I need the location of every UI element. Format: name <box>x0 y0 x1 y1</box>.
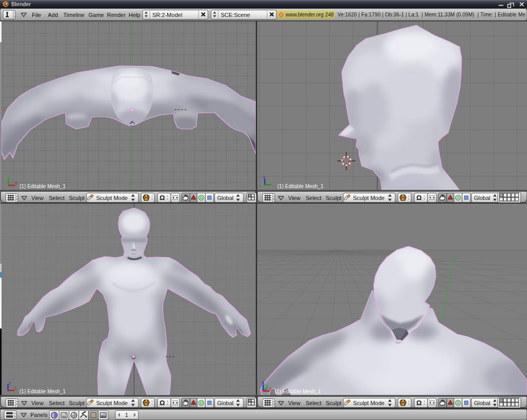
svg-text:Select: Select <box>49 400 65 406</box>
svg-text:Sculpt: Sculpt <box>69 195 85 201</box>
svg-text:Ω: Ω <box>160 399 165 407</box>
svg-text:(1) Editable Mesh_1: (1) Editable Mesh_1 <box>20 389 66 394</box>
svg-text:Game: Game <box>89 12 104 18</box>
svg-text:x: x <box>15 180 17 186</box>
svg-text:x: x <box>14 386 17 391</box>
svg-text:z: z <box>263 174 266 179</box>
svg-text:Ve:1620 | Fa:1790 | Ob:36-1 |: Ve:1620 | Fa:1790 | Ob:36-1 | La:1 | Mem… <box>338 12 525 17</box>
svg-text:Ω: Ω <box>416 194 421 202</box>
svg-text:File: File <box>32 12 41 18</box>
svg-text:Global: Global <box>474 195 490 201</box>
svg-text:Select: Select <box>306 400 322 406</box>
svg-text:Sculpt: Sculpt <box>326 195 342 201</box>
svg-text:1: 1 <box>125 412 128 418</box>
svg-text:Sculpt: Sculpt <box>69 400 85 406</box>
svg-text:View: View <box>31 195 44 201</box>
svg-text:Global: Global <box>474 400 490 406</box>
svg-text:z: z <box>9 380 11 386</box>
svg-text:Sculpt Mode: Sculpt Mode <box>353 195 384 201</box>
svg-text:Sculpt Mode: Sculpt Mode <box>96 400 128 406</box>
svg-text:(1) Editable Mesh_1: (1) Editable Mesh_1 <box>277 184 324 189</box>
svg-text:Ω: Ω <box>416 399 421 407</box>
svg-text:y: y <box>7 175 10 180</box>
svg-text:SCE:Scene: SCE:Scene <box>221 12 250 18</box>
svg-text:Add: Add <box>48 12 58 18</box>
svg-text:View: View <box>288 195 301 201</box>
svg-text:(1) Editable Mesh_1: (1) Editable Mesh_1 <box>20 184 66 189</box>
svg-text:Select: Select <box>49 195 65 201</box>
svg-text:z: z <box>262 380 265 385</box>
svg-text:Help: Help <box>129 12 140 18</box>
svg-text:View: View <box>31 400 44 406</box>
svg-text:x: x <box>269 386 272 391</box>
svg-text:Select: Select <box>306 195 322 201</box>
svg-text:Blender: Blender <box>11 1 31 7</box>
svg-text:Global: Global <box>217 195 234 201</box>
svg-text:Sculpt Mode: Sculpt Mode <box>353 400 384 406</box>
svg-text:Sculpt Mode: Sculpt Mode <box>96 195 128 201</box>
svg-text:(1) Editable Mesh_1: (1) Editable Mesh_1 <box>275 389 321 394</box>
svg-text:Render: Render <box>107 12 126 18</box>
svg-text:Panels: Panels <box>30 412 48 418</box>
svg-text:SR:2-Model: SR:2-Model <box>152 12 182 18</box>
svg-text:www.blender.org 248: www.blender.org 248 <box>285 12 334 17</box>
svg-text:Global: Global <box>217 400 234 406</box>
svg-text:Ω: Ω <box>160 194 165 202</box>
svg-text:Sculpt: Sculpt <box>326 400 342 406</box>
svg-text:Timeline: Timeline <box>63 12 84 18</box>
svg-text:View: View <box>288 400 301 406</box>
svg-text:y: y <box>266 383 268 388</box>
